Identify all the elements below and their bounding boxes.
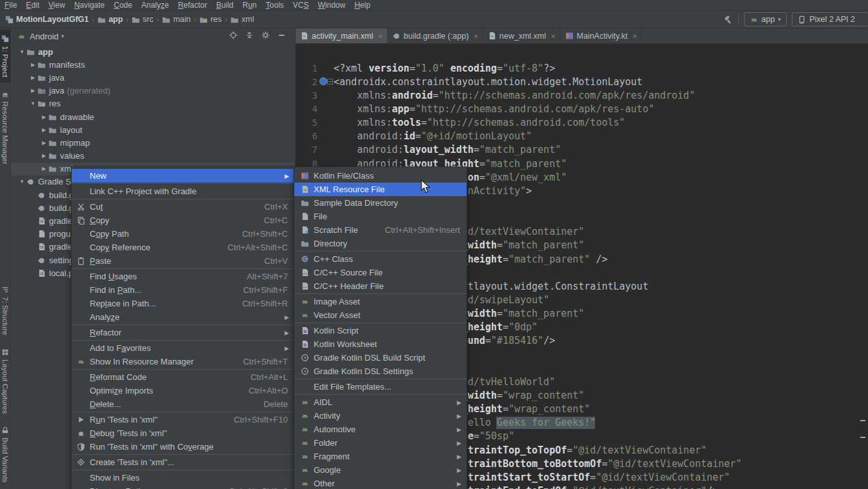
menu-file[interactable]: File	[0, 0, 21, 11]
menu-item-optimize-imports[interactable]: Optimize ImportsCtrl+Alt+O	[72, 384, 294, 397]
menu-item-replace-in-path[interactable]: Replace in Path...Ctrl+Shift+R	[72, 297, 294, 310]
tool-window-button-1-project[interactable]: 1: Project	[0, 30, 10, 83]
device-selector-dropdown[interactable]: Pixel 2 API 2	[792, 12, 868, 26]
breadcrumb-item-res[interactable]: res	[199, 15, 221, 24]
chevron-collapsed-icon[interactable]: ▶	[39, 114, 48, 120]
android-preview-icon[interactable]	[319, 77, 327, 85]
breadcrumb-item-xml[interactable]: xml	[230, 15, 254, 24]
code-line-7[interactable]: 7 android:layout_width="match_parent"	[296, 143, 868, 157]
menu-item-run-tests-in-xml-with-coverage[interactable]: Run 'Tests in 'xml'' with Coverage	[72, 440, 294, 454]
submenu-item-gradle-kotlin-dsl-settings[interactable]: Gradle Kotlin DSL Settings	[294, 364, 467, 378]
menu-item-show-in-resource-manager[interactable]: Show In Resource ManagerCtrl+Shift+T	[72, 355, 294, 368]
run-configuration-dropdown[interactable]: app ▾	[744, 12, 787, 26]
submenu-item-gradle-kotlin-dsl-build-script[interactable]: Gradle Kotlin DSL Build Script	[294, 351, 467, 364]
menu-edit[interactable]: Edit	[21, 0, 44, 11]
chevron-expanded-icon[interactable]: ▼	[17, 49, 26, 55]
submenu-item-directory[interactable]: Directory	[294, 237, 467, 250]
tree-item-java[interactable]: ▶java	[11, 71, 295, 84]
submenu-item-fragment[interactable]: Fragment▶	[294, 450, 467, 463]
menu-item-reformat-code[interactable]: Reformat CodeCtrl+Alt+L	[72, 370, 294, 384]
tree-item-mipmap[interactable]: ▶mipmap	[11, 136, 295, 149]
menu-item-add-to-favorites[interactable]: Add to Favorites▶	[72, 341, 294, 355]
submenu-item-folder[interactable]: Folder▶	[294, 436, 467, 450]
tool-window-button-7-structure[interactable]: 7: Structure	[0, 281, 10, 340]
tree-item-res[interactable]: ▼res	[11, 97, 295, 110]
close-icon[interactable]: ×	[474, 32, 478, 40]
menu-code[interactable]: Code	[109, 0, 137, 11]
breadcrumb-item-motionlayoutgfg1[interactable]: MotionLayoutGfG1	[5, 15, 89, 24]
close-icon[interactable]: ×	[378, 32, 382, 40]
submenu-item-google[interactable]: Google▶	[294, 463, 467, 477]
locate-icon[interactable]	[229, 31, 237, 41]
menu-view[interactable]: View	[44, 0, 70, 11]
menu-analyze[interactable]: Analyze	[137, 0, 174, 11]
chevron-collapsed-icon[interactable]: ▶	[28, 88, 37, 94]
menu-navigate[interactable]: Navigate	[70, 0, 109, 11]
menu-refactor[interactable]: Refactor	[174, 0, 212, 11]
tree-item-java[interactable]: ▶java(generated)	[11, 85, 295, 97]
menu-item-analyze[interactable]: Analyze▶	[72, 310, 294, 324]
tool-window-button-layout-captures[interactable]: Layout Captures	[0, 343, 10, 419]
submenu-item-kotlin-script[interactable]: Kotlin Script	[294, 324, 467, 337]
submenu-item-activity[interactable]: Activity▶	[294, 409, 467, 423]
tab-mainactivity-kt[interactable]: MainActivity.kt×	[561, 28, 642, 43]
tree-item-layout[interactable]: ▶layout	[11, 123, 295, 136]
submenu-item-edit-file-templates[interactable]: Edit File Templates...	[294, 380, 467, 394]
submenu-item-aidl[interactable]: AIDL▶	[294, 395, 467, 409]
chevron-expanded-icon[interactable]: ▼	[17, 179, 26, 185]
chevron-expanded-icon[interactable]: ▼	[28, 101, 37, 106]
submenu-item-c-c-source-file[interactable]: ++C/C++ Source File	[294, 266, 467, 279]
minimize-icon[interactable]	[278, 31, 286, 41]
collapse-all-icon[interactable]	[245, 31, 254, 41]
submenu-item-c-class[interactable]: CC++ Class	[294, 252, 467, 266]
tree-item-values[interactable]: ▶values	[11, 150, 295, 163]
gear-icon[interactable]	[261, 31, 270, 41]
menu-item-directory-path[interactable]: Directory PathCtrl+Alt+Shift+2	[72, 484, 294, 489]
submenu-item-c-c-header-file[interactable]: ++C/C++ Header File	[294, 279, 467, 293]
code-line-1[interactable]: 1<?xml version="1.0" encoding="utf-8"?>	[296, 61, 868, 75]
code-line-2[interactable]: 2–<androidx.constraintlayout.motion.widg…	[296, 75, 868, 88]
build-hammer-icon[interactable]	[723, 15, 733, 25]
breadcrumb-item-app[interactable]: app	[97, 15, 123, 24]
tool-window-button-resource-manager[interactable]: Resource Manager	[0, 85, 10, 170]
menu-item-refactor[interactable]: Refactor▶	[72, 326, 294, 339]
chevron-collapsed-icon[interactable]: ▶	[39, 153, 48, 159]
menu-item-debug-tests-in-xml[interactable]: Debug 'Tests in 'xml''	[72, 426, 294, 440]
fold-icon[interactable]: –	[327, 79, 333, 85]
tool-window-button-build-variants[interactable]: Build Variants	[0, 421, 10, 488]
submenu-item-vector-asset[interactable]: Vector Asset	[294, 308, 467, 322]
tree-item-manifests[interactable]: ▶manifests	[11, 58, 295, 71]
tab-new-xml-xml[interactable]: new_xml.xml×	[483, 28, 561, 43]
tab-build-gradle-app-[interactable]: build.gradle (:app)×	[388, 28, 483, 43]
project-view-selector[interactable]: Android	[30, 32, 59, 41]
menu-tools[interactable]: Tools	[261, 0, 288, 11]
menu-item-paste[interactable]: PasteCtrl+V	[72, 254, 294, 268]
menu-item-cut[interactable]: CutCtrl+X	[72, 200, 294, 214]
menu-item-find-in-path[interactable]: Find in Path...Ctrl+Shift+F	[72, 283, 294, 297]
chevron-collapsed-icon[interactable]: ▶	[39, 166, 48, 172]
chevron-collapsed-icon[interactable]: ▶	[28, 62, 37, 68]
submenu-item-kotlin-worksheet[interactable]: Kotlin Worksheet	[294, 337, 467, 351]
breadcrumb-item-main[interactable]: main	[162, 15, 190, 24]
tree-item-drawable[interactable]: ▶drawable	[11, 110, 295, 123]
submenu-item-xml-resource-file[interactable]: XML Resource File	[294, 183, 467, 196]
tab-activity-main-xml[interactable]: activity_main.xml×	[296, 28, 388, 43]
menu-item-create-tests-in-xml[interactable]: Create 'Tests in 'xml''...	[72, 455, 294, 469]
menu-item-delete[interactable]: Delete...Delete	[72, 397, 294, 411]
code-line-5[interactable]: 5 xmlns:tools="http://schemas.android.co…	[296, 116, 868, 130]
menu-item-new[interactable]: New▶	[72, 169, 294, 183]
submenu-item-file[interactable]: File	[294, 210, 467, 223]
submenu-item-kotlin-file-class[interactable]: Kotlin File/Class	[294, 169, 467, 183]
code-line-3[interactable]: 3 xmlns:android="http://schemas.android.…	[296, 88, 868, 102]
chevron-collapsed-icon[interactable]: ▶	[28, 75, 37, 81]
menu-item-copy-reference[interactable]: Copy ReferenceCtrl+Alt+Shift+C	[72, 241, 294, 254]
menu-run[interactable]: Run	[238, 0, 261, 11]
menu-window[interactable]: Window	[313, 0, 350, 11]
menu-build[interactable]: Build	[212, 0, 238, 11]
menu-vcs[interactable]: VCS	[288, 0, 314, 11]
breadcrumb-item-src[interactable]: src	[132, 15, 154, 24]
menu-help[interactable]: Help	[350, 0, 375, 11]
code-line-4[interactable]: 4 xmlns:app="http://schemas.android.com/…	[296, 102, 868, 115]
menu-item-run-tests-in-xml[interactable]: Run 'Tests in 'xml''Ctrl+Shift+F10	[72, 413, 294, 426]
menu-item-find-usages[interactable]: Find UsagesAlt+Shift+7	[72, 270, 294, 283]
